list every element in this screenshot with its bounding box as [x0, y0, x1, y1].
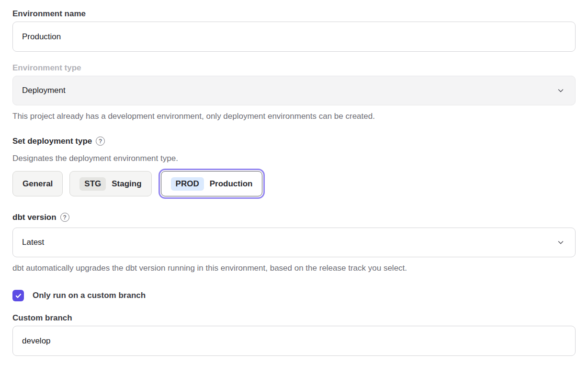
environment-type-helper: This project already has a development e…	[12, 111, 576, 121]
general-button-label: General	[23, 179, 53, 189]
dbt-version-heading-text: dbt version	[12, 212, 57, 222]
dbt-version-value: Latest	[22, 238, 44, 247]
production-badge: PROD	[171, 177, 204, 191]
selected-option-ring: PROD Production	[158, 169, 265, 199]
environment-type-value: Deployment	[22, 86, 66, 95]
dbt-version-helper: dbt automatically upgrades the dbt versi…	[12, 263, 576, 273]
deployment-type-heading-text: Set deployment type	[12, 136, 92, 146]
environment-name-label: Environment name	[12, 9, 576, 19]
dbt-version-select[interactable]: Latest	[12, 228, 576, 257]
staging-badge: STG	[79, 177, 106, 191]
production-button-label: Production	[210, 179, 253, 189]
deployment-type-options: General STG Staging PROD Production	[12, 168, 576, 199]
environment-type-label: Environment type	[12, 63, 576, 73]
custom-branch-input[interactable]	[12, 326, 576, 356]
environment-type-select[interactable]: Deployment	[12, 76, 576, 105]
dbt-version-heading: dbt version ?	[12, 212, 576, 222]
environment-form: Environment name Environment type Deploy…	[0, 0, 588, 356]
deployment-type-heading: Set deployment type ?	[12, 136, 576, 146]
custom-branch-label: Custom branch	[12, 313, 576, 323]
checkmark-icon	[15, 292, 22, 299]
help-icon[interactable]: ?	[60, 213, 69, 222]
deployment-type-general-button[interactable]: General	[12, 171, 63, 196]
help-icon[interactable]: ?	[96, 137, 105, 146]
chevron-down-icon	[557, 239, 565, 246]
staging-button-label: Staging	[112, 179, 141, 189]
custom-branch-toggle-row: Only run on a custom branch	[12, 290, 576, 301]
deployment-type-staging-button[interactable]: STG Staging	[69, 171, 151, 196]
deployment-type-production-button[interactable]: PROD Production	[161, 171, 263, 196]
environment-name-input[interactable]	[12, 22, 576, 52]
custom-branch-toggle-label: Only run on a custom branch	[33, 291, 146, 300]
custom-branch-checkbox[interactable]	[12, 290, 24, 301]
chevron-down-icon	[557, 87, 565, 94]
deployment-type-helper: Designates the deployment environment ty…	[12, 153, 576, 163]
